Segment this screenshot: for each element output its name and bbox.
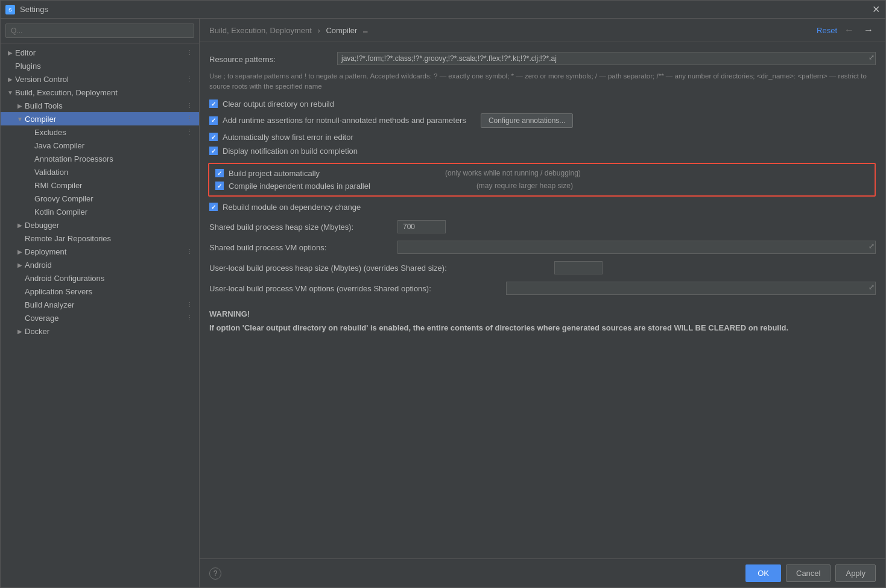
nav-forward-button[interactable]: → bbox=[861, 25, 876, 36]
panel-header: Build, Execution, Deployment › Compiler … bbox=[200, 19, 885, 42]
sidebar-item-label: Excludes bbox=[34, 128, 185, 137]
sidebar-item-deployment[interactable]: ▶ Deployment ⋮ bbox=[1, 245, 199, 258]
sidebar-item-groovy-compiler[interactable]: Groovy Compiler bbox=[1, 192, 199, 205]
expand-icon bbox=[25, 154, 34, 163]
sidebar-item-android-configs[interactable]: Android Configurations bbox=[1, 271, 199, 285]
sidebar-item-version-control[interactable]: ▶ Version Control ⋮ bbox=[1, 72, 199, 86]
close-button[interactable]: ✕ bbox=[871, 5, 881, 14]
sidebar-item-excludes[interactable]: Excludes ⋮ bbox=[1, 125, 199, 139]
sidebar-item-debugger[interactable]: ▶ Debugger bbox=[1, 218, 199, 232]
sidebar-item-java-compiler[interactable]: Java Compiler bbox=[1, 139, 199, 152]
sidebar-item-kotlin-compiler[interactable]: Kotlin Compiler bbox=[1, 205, 199, 218]
sidebar-item-docker[interactable]: ▶ Docker bbox=[1, 324, 199, 338]
sidebar-item-annotation-processors[interactable]: Annotation Processors bbox=[1, 152, 199, 165]
expand-icon: ▶ bbox=[15, 247, 25, 256]
title-bar: S Settings ✕ bbox=[1, 1, 885, 19]
heap-size-label: Shared build process heap size (Mbytes): bbox=[209, 221, 390, 232]
sidebar-item-label: Version Control bbox=[15, 75, 185, 84]
settings-icon: ⋮ bbox=[185, 127, 194, 137]
sidebar-item-label: Build Tools bbox=[25, 101, 185, 110]
expand-icon: ▼ bbox=[5, 87, 15, 97]
sidebar-item-plugins[interactable]: Plugins bbox=[1, 59, 199, 72]
settings-window: S Settings ✕ ▶ Editor ⋮ Plugins bbox=[0, 0, 886, 588]
heap-size-input[interactable] bbox=[397, 220, 446, 233]
search-input[interactable] bbox=[5, 24, 194, 38]
expand-vm-options-button[interactable]: ⤢ bbox=[869, 242, 875, 250]
svg-text:S: S bbox=[8, 7, 12, 13]
settings-icon: ⋮ bbox=[185, 48, 194, 57]
breadcrumb-parent: Build, Execution, Deployment bbox=[209, 26, 312, 35]
compile-parallel-row: Compile independent modules in parallel … bbox=[215, 182, 869, 191]
show-first-error-checkbox[interactable] bbox=[209, 133, 218, 141]
expand-icon: ▶ bbox=[15, 101, 25, 110]
clear-output-checkbox[interactable] bbox=[209, 100, 218, 108]
display-notification-checkbox[interactable] bbox=[209, 147, 218, 155]
add-runtime-checkbox[interactable] bbox=[209, 116, 218, 125]
rebuild-module-row: Rebuild module on dependency change bbox=[209, 203, 876, 212]
title-bar-text: Settings bbox=[20, 5, 871, 14]
sidebar-item-remote-jar-repos[interactable]: Remote Jar Repositories bbox=[1, 232, 199, 245]
user-vm-input[interactable] bbox=[506, 282, 876, 295]
display-notification-label: Display notification on build completion bbox=[223, 147, 358, 156]
cancel-button[interactable]: Cancel bbox=[786, 564, 831, 582]
sidebar-item-label: Application Servers bbox=[25, 287, 194, 296]
sidebar-item-build-tools[interactable]: ▶ Build Tools ⋮ bbox=[1, 99, 199, 112]
sidebar-item-label: Debugger bbox=[25, 221, 194, 230]
sidebar-item-build-analyzer[interactable]: Build Analyzer ⋮ bbox=[1, 298, 199, 311]
sidebar-item-coverage[interactable]: Coverage ⋮ bbox=[1, 311, 199, 324]
settings-icon: ⋮ bbox=[185, 247, 194, 256]
resource-patterns-label: Resource patterns: bbox=[209, 54, 330, 64]
help-button[interactable]: ? bbox=[209, 567, 221, 580]
user-heap-label: User-local build process heap size (Mbyt… bbox=[209, 262, 547, 273]
nav-back-button[interactable]: ← bbox=[842, 25, 856, 36]
user-vm-label: User-local build process VM options (ove… bbox=[209, 283, 499, 293]
highlighted-checkboxes-block: Build project automatically (only works … bbox=[208, 163, 876, 197]
expand-icon bbox=[5, 61, 15, 71]
vm-options-input[interactable] bbox=[397, 241, 876, 254]
settings-icon: ⋮ bbox=[185, 114, 194, 124]
user-heap-input[interactable] bbox=[554, 261, 603, 274]
sidebar-item-label: Build Analyzer bbox=[25, 300, 185, 309]
hint-text: Use ; to separate patterns and ! to nega… bbox=[209, 71, 876, 92]
sidebar-item-label: Kotlin Compiler bbox=[34, 207, 194, 217]
sidebar-item-label: Validation bbox=[34, 168, 194, 177]
compile-parallel-label: Compile independent modules in parallel bbox=[229, 182, 370, 191]
sidebar-item-compiler[interactable]: ▼ Compiler ⋮ bbox=[1, 112, 199, 125]
expand-resource-button[interactable]: ⤢ bbox=[869, 53, 875, 62]
configure-annotations-button[interactable]: Configure annotations... bbox=[481, 113, 573, 128]
settings-icon: ⋮ bbox=[185, 101, 194, 110]
expand-icon: ▶ bbox=[5, 74, 15, 84]
expand-icon bbox=[15, 273, 25, 283]
sidebar-item-editor[interactable]: ▶ Editor ⋮ bbox=[1, 46, 199, 59]
settings-icon: ⋮ bbox=[185, 300, 194, 309]
build-auto-row: Build project automatically (only works … bbox=[215, 169, 869, 178]
bottom-buttons: OK Cancel Apply bbox=[745, 564, 876, 582]
compile-parallel-checkbox[interactable] bbox=[215, 182, 224, 190]
header-actions: Reset ← → bbox=[817, 25, 876, 36]
resource-patterns-input[interactable] bbox=[337, 52, 876, 65]
sidebar-item-android[interactable]: ▶ Android bbox=[1, 258, 199, 271]
clear-output-row: Clear output directory on rebuild bbox=[209, 100, 876, 109]
ok-button[interactable]: OK bbox=[745, 564, 781, 582]
sidebar-item-label: Coverage bbox=[25, 314, 185, 323]
compile-parallel-hint: (may require larger heap size) bbox=[476, 182, 573, 190]
sidebar: ▶ Editor ⋮ Plugins ▶ Version Control ⋮ bbox=[1, 19, 200, 587]
show-first-error-row: Automatically show first error in editor bbox=[209, 133, 876, 142]
sidebar-item-build-exec-deploy[interactable]: ▼ Build, Execution, Deployment bbox=[1, 86, 199, 99]
apply-button[interactable]: Apply bbox=[835, 564, 876, 582]
sidebar-item-app-servers[interactable]: Application Servers bbox=[1, 285, 199, 298]
user-heap-row: User-local build process heap size (Mbyt… bbox=[209, 261, 876, 274]
vm-options-label: Shared build process VM options: bbox=[209, 242, 390, 252]
build-auto-checkbox[interactable] bbox=[215, 169, 224, 177]
sidebar-item-rmi-compiler[interactable]: RMI Compiler bbox=[1, 179, 199, 192]
sidebar-item-validation[interactable]: Validation bbox=[1, 165, 199, 179]
rebuild-module-checkbox[interactable] bbox=[209, 203, 218, 211]
expand-icon: ▶ bbox=[15, 220, 25, 230]
bottom-bar: ? OK Cancel Apply bbox=[200, 558, 885, 587]
sidebar-item-label: Plugins bbox=[15, 62, 194, 71]
breadcrumb: Build, Execution, Deployment › Compiler bbox=[209, 26, 357, 35]
expand-icon bbox=[15, 286, 25, 296]
sidebar-item-label: Build, Execution, Deployment bbox=[15, 88, 194, 97]
expand-user-vm-button[interactable]: ⤢ bbox=[869, 283, 875, 291]
reset-link[interactable]: Reset bbox=[817, 26, 837, 35]
